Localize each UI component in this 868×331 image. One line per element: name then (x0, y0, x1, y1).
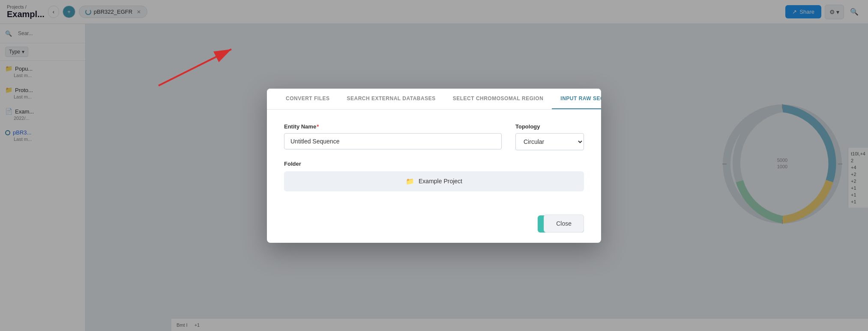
entity-name-group: Entity Name* (284, 123, 502, 150)
topology-select[interactable]: Circular Linear (515, 133, 584, 150)
topology-group: Topology Circular Linear (515, 123, 584, 150)
tab-convert-files[interactable]: CONVERT FILES (277, 89, 338, 109)
folder-section: Folder 📁 Example Project (284, 161, 584, 191)
modal-body: Entity Name* Topology Circular Linear Fo… (267, 110, 601, 215)
topology-label: Topology (515, 123, 584, 130)
svg-line-8 (159, 49, 231, 86)
tab-search-external[interactable]: SEARCH EXTERNAL DATABASES (338, 89, 444, 109)
folder-picker-icon: 📁 (406, 177, 414, 185)
form-row-entity-topology: Entity Name* Topology Circular Linear (284, 123, 584, 150)
required-star: * (317, 123, 319, 130)
modal-overlay: CONVERT FILES SEARCH EXTERNAL DATABASES … (0, 0, 868, 331)
entity-name-input[interactable] (284, 133, 502, 149)
modal-tabs: CONVERT FILES SEARCH EXTERNAL DATABASES … (267, 89, 601, 110)
folder-picker-text: Example Project (419, 178, 462, 185)
tab-input-raw[interactable]: INPUT RAW SEQUENCE (552, 89, 601, 109)
folder-picker[interactable]: 📁 Example Project (284, 171, 584, 191)
close-button[interactable]: Close (544, 215, 584, 233)
modal-dialog: CONVERT FILES SEARCH EXTERNAL DATABASES … (267, 89, 601, 243)
entity-name-label: Entity Name* (284, 123, 502, 130)
tab-chromosomal[interactable]: SELECT CHROMOSOMAL REGION (444, 89, 552, 109)
folder-label: Folder (284, 161, 584, 167)
